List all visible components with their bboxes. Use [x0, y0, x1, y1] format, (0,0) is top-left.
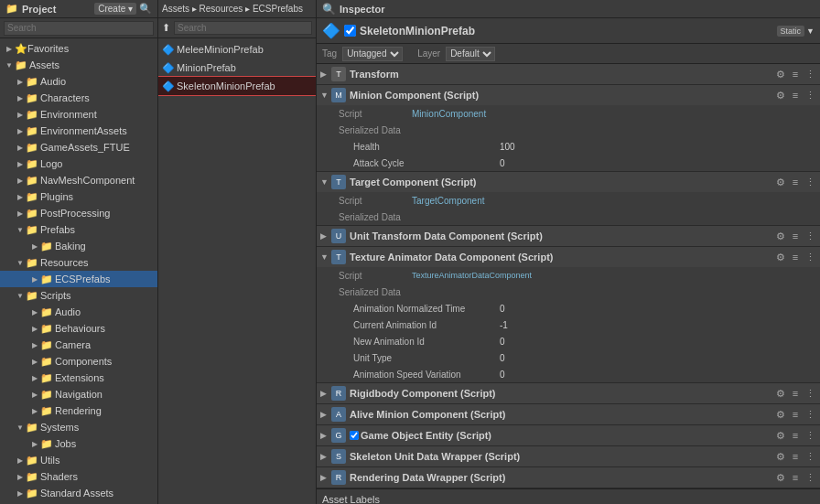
current-anim-id-value: -1	[500, 320, 508, 330]
skeleton-unit-menu-button[interactable]: ≡	[789, 450, 802, 463]
camera-label: Camera	[55, 339, 91, 350]
sidebar-item-ecsprefabs[interactable]: ▶ 📁 ECSPrefabs	[0, 271, 157, 287]
texture-more-button[interactable]: ⋮	[804, 251, 816, 263]
sidebar-item-rendering[interactable]: ▶ 📁 Rendering	[0, 402, 157, 419]
utils-folder-icon: 📁	[26, 454, 38, 466]
target-script-link[interactable]: TargetComponent	[412, 196, 485, 206]
rigidbody-menu-button[interactable]: ≡	[789, 387, 802, 400]
entity-settings-button[interactable]: ⚙	[774, 429, 787, 442]
asset-melee-minion[interactable]: 🔷 MeleeMinionPrefab	[158, 40, 316, 59]
sidebar-item-audio[interactable]: ▶ 📁 Audio	[0, 73, 157, 90]
entity-active-checkbox[interactable]	[350, 431, 359, 440]
component-skeleton-unit-header[interactable]: ▶ S Skeleton Unit Data Wrapper (Script) …	[317, 446, 820, 466]
component-minion-header[interactable]: ▼ M Minion Component (Script) ⚙ ≡ ⋮	[317, 85, 820, 105]
asset-skeleton-minion[interactable]: 🔷 SkeletonMinionPrefab	[158, 77, 316, 95]
assets-root-item[interactable]: ▼ 📁 Assets	[0, 57, 157, 73]
sidebar-item-scripts-audio[interactable]: ▶ 📁 Audio	[0, 304, 157, 320]
sidebar-item-extensions[interactable]: ▶ 📁 Extensions	[0, 370, 157, 386]
sidebar-item-resources[interactable]: ▼ 📁 Resources	[0, 254, 157, 271]
sidebar-item-postprocessing[interactable]: ▶ 📁 PostProcessing	[0, 205, 157, 221]
component-transform: ▶ T Transform ⚙ ≡ ⋮	[317, 64, 820, 85]
component-game-object-entity-header[interactable]: ▶ G Game Object Entity (Script) ⚙ ≡ ⋮	[317, 425, 820, 445]
project-icon: 📁	[5, 3, 18, 15]
alive-settings-button[interactable]: ⚙	[774, 408, 787, 421]
plugins-arrow: ▶	[15, 191, 26, 202]
sidebar-item-environment[interactable]: ▶ 📁 Environment	[0, 106, 157, 123]
entity-more-button[interactable]: ⋮	[804, 429, 816, 442]
standard-arrow: ▶	[15, 488, 26, 499]
texture-script-link[interactable]: TextureAnimatorDataComponent	[412, 271, 532, 280]
unit-transform-menu-button[interactable]: ≡	[789, 230, 802, 242]
sidebar-item-gameassets[interactable]: ▶ 📁 GameAssets_FTUE	[0, 139, 157, 155]
target-settings-button[interactable]: ⚙	[774, 176, 787, 188]
sidebar-item-characters[interactable]: ▶ 📁 Characters	[0, 90, 157, 106]
layer-select[interactable]: Default	[446, 47, 495, 61]
skeleton-prefab-icon: 🔷	[162, 80, 175, 92]
favorites-section[interactable]: ▶ ⭐ Favorites	[0, 40, 157, 57]
transform-more-button[interactable]: ⋮	[804, 68, 816, 80]
sidebar-item-navmesh[interactable]: ▶ 📁 NavMeshComponent	[0, 172, 157, 188]
sidebar-item-logo[interactable]: ▶ 📁 Logo	[0, 155, 157, 172]
component-target-header[interactable]: ▼ T Target Component (Script) ⚙ ≡ ⋮	[317, 172, 820, 192]
asset-minion[interactable]: 🔷 MinionPrefab	[158, 59, 316, 77]
rendering-data-icon: R	[331, 470, 346, 485]
tag-select[interactable]: Untagged	[342, 47, 403, 61]
alive-title: Alive Minion Component (Script)	[350, 409, 774, 420]
sidebar-item-shaders[interactable]: ▶ 📁 Shaders	[0, 468, 157, 485]
transform-menu-button[interactable]: ≡	[789, 68, 802, 80]
alive-menu-button[interactable]: ≡	[789, 408, 802, 421]
sidebar-item-behaviours[interactable]: ▶ 📁 Behaviours	[0, 320, 157, 337]
rendering-data-menu-button[interactable]: ≡	[789, 471, 802, 484]
skeleton-unit-more-button[interactable]: ⋮	[804, 450, 816, 463]
search-input[interactable]	[4, 21, 154, 36]
sidebar-item-plugins[interactable]: ▶ 📁 Plugins	[0, 188, 157, 205]
anim-speed-variation-value: 0	[500, 370, 505, 380]
sidebar-item-scripts[interactable]: ▼ 📁 Scripts	[0, 287, 157, 304]
transform-settings-button[interactable]: ⚙	[774, 68, 787, 80]
rendering-data-settings-button[interactable]: ⚙	[774, 471, 787, 484]
sidebar-item-navigation[interactable]: ▶ 📁 Navigation	[0, 386, 157, 402]
sidebar-item-standardassets[interactable]: ▶ 📁 Standard Assets	[0, 485, 157, 501]
create-button[interactable]: Create ▾	[94, 3, 136, 15]
target-menu-button[interactable]: ≡	[789, 176, 802, 188]
object-active-checkbox[interactable]	[344, 25, 356, 37]
texture-menu-button[interactable]: ≡	[789, 251, 802, 263]
rendering-data-more-button[interactable]: ⋮	[804, 471, 816, 484]
minion-settings-button[interactable]: ⚙	[774, 89, 787, 102]
minion-more-button[interactable]: ⋮	[804, 89, 816, 102]
component-transform-header[interactable]: ▶ T Transform ⚙ ≡ ⋮	[317, 64, 820, 84]
minion-script-row: Script MinionComponent	[317, 105, 820, 122]
logo-label: Logo	[40, 158, 62, 169]
sidebar-item-enviroment-assets[interactable]: ▶ 📁 EnvironmentAssets	[0, 123, 157, 139]
target-more-button[interactable]: ⋮	[804, 176, 816, 188]
sidebar-item-utils[interactable]: ▶ 📁 Utils	[0, 452, 157, 468]
folder-up-icon[interactable]: ⬆	[162, 22, 170, 34]
target-script-label: Script	[339, 196, 412, 206]
sidebar-item-prefabs[interactable]: ▼ 📁 Prefabs	[0, 221, 157, 238]
jobs-folder-icon: 📁	[40, 437, 53, 450]
sidebar-item-camera[interactable]: ▶ 📁 Camera	[0, 337, 157, 353]
entity-menu-button[interactable]: ≡	[789, 429, 802, 442]
sidebar-item-components[interactable]: ▶ 📁 Components	[0, 353, 157, 370]
asset-search-input[interactable]	[174, 21, 312, 35]
component-unit-transform: ▶ U Unit Transform Data Component (Scrip…	[317, 226, 820, 247]
component-unit-transform-header[interactable]: ▶ U Unit Transform Data Component (Scrip…	[317, 226, 820, 246]
texture-settings-button[interactable]: ⚙	[774, 251, 787, 263]
alive-more-button[interactable]: ⋮	[804, 408, 816, 421]
component-rigidbody-header[interactable]: ▶ R Rigidbody Component (Script) ⚙ ≡ ⋮	[317, 383, 820, 403]
rigidbody-settings-button[interactable]: ⚙	[774, 387, 787, 400]
static-dropdown-icon[interactable]: ▼	[806, 27, 815, 36]
sidebar-item-baking[interactable]: ▶ 📁 Baking	[0, 238, 157, 254]
unit-transform-more-button[interactable]: ⋮	[804, 230, 816, 242]
sidebar-item-systems[interactable]: ▼ 📁 Systems	[0, 419, 157, 435]
component-rendering-data-header[interactable]: ▶ R Rendering Data Wrapper (Script) ⚙ ≡ …	[317, 467, 820, 488]
minion-menu-button[interactable]: ≡	[789, 89, 802, 102]
component-texture-animator-header[interactable]: ▼ T Texture Animator Data Component (Scr…	[317, 247, 820, 267]
component-alive-minion-header[interactable]: ▶ A Alive Minion Component (Script) ⚙ ≡ …	[317, 404, 820, 424]
skeleton-unit-expand-icon: ▶	[320, 452, 331, 461]
unit-transform-settings-button[interactable]: ⚙	[774, 230, 787, 242]
sidebar-item-jobs[interactable]: ▶ 📁 Jobs	[0, 435, 157, 452]
rigidbody-more-button[interactable]: ⋮	[804, 387, 816, 400]
skeleton-unit-settings-button[interactable]: ⚙	[774, 450, 787, 463]
minion-script-link[interactable]: MinionComponent	[412, 109, 486, 119]
